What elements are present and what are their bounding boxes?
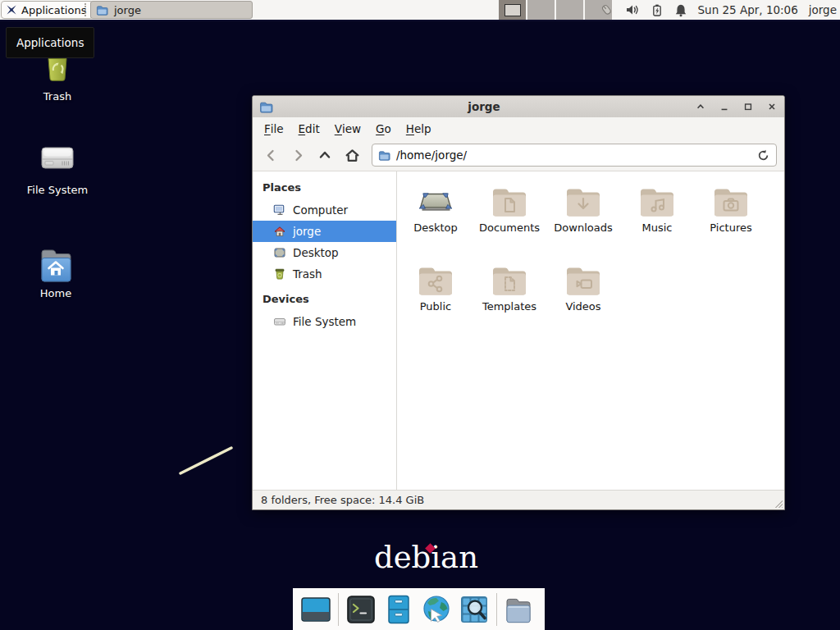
file-item-videos[interactable]: Videos bbox=[546, 260, 620, 339]
file-item-documents[interactable]: Documents bbox=[472, 181, 546, 260]
window-title: jorge bbox=[273, 100, 695, 113]
workspace-pager bbox=[499, 0, 612, 20]
resize-grip[interactable] bbox=[773, 498, 783, 508]
sidebar-item-file-system[interactable]: File System bbox=[253, 311, 396, 332]
stray-line-artifact bbox=[176, 443, 236, 477]
folder-documents-icon bbox=[490, 184, 529, 218]
toolbar: /home/jorge/ bbox=[253, 139, 784, 171]
desktop-icon-file-system[interactable]: File System bbox=[18, 138, 97, 196]
volume-icon[interactable] bbox=[625, 3, 640, 16]
applications-menu-button[interactable]: Applications bbox=[1, 1, 94, 19]
menu-edit[interactable]: Edit bbox=[291, 117, 327, 139]
workspace-3[interactable] bbox=[556, 0, 583, 20]
panel-username: jorge bbox=[809, 3, 837, 16]
desktop-icon-label: File System bbox=[27, 184, 88, 196]
debian-logo-text: debian bbox=[374, 540, 478, 575]
trash-icon bbox=[273, 267, 286, 281]
home-icon bbox=[273, 225, 286, 238]
folder-public-icon bbox=[416, 262, 455, 297]
dock-separator bbox=[496, 593, 497, 626]
shade-button[interactable] bbox=[695, 101, 706, 112]
system-tray: Sun 25 Apr, 10:06 jorge bbox=[599, 0, 838, 20]
folder-videos-icon bbox=[564, 262, 603, 297]
desktop-icon-home[interactable]: Home bbox=[16, 243, 95, 299]
show-desktop-icon bbox=[300, 595, 331, 624]
file-item-templates[interactable]: Templates bbox=[472, 260, 546, 339]
web-browser-globe-icon bbox=[421, 594, 452, 625]
minimize-button[interactable] bbox=[719, 101, 730, 112]
mouse-icon[interactable] bbox=[599, 2, 614, 17]
folder-downloads-icon bbox=[564, 184, 603, 218]
close-icon bbox=[767, 102, 777, 112]
web-browser-launcher[interactable] bbox=[421, 594, 452, 625]
sidebar-item-jorge[interactable]: jorge bbox=[253, 221, 396, 242]
window-folder-icon bbox=[259, 100, 273, 114]
up-icon bbox=[317, 148, 332, 162]
window-body: Places Computer jorge bbox=[253, 171, 784, 490]
home-button[interactable] bbox=[341, 144, 363, 166]
back-button[interactable] bbox=[260, 144, 281, 166]
statusbar-text: 8 folders, Free space: 14.4 GiB bbox=[261, 494, 424, 506]
sidebar-item-desktop[interactable]: Desktop bbox=[253, 242, 396, 263]
sidebar: Places Computer jorge bbox=[253, 171, 397, 490]
panel-handle[interactable] bbox=[84, 3, 88, 16]
file-item-desktop[interactable]: Desktop bbox=[399, 181, 472, 260]
pathbar[interactable]: /home/jorge/ bbox=[372, 144, 777, 167]
file-grid: Desktop Documents bbox=[397, 171, 784, 490]
menu-help[interactable]: Help bbox=[399, 117, 439, 139]
folder-pictures-icon bbox=[711, 184, 751, 218]
workspace-2[interactable] bbox=[527, 0, 555, 20]
maximize-button[interactable] bbox=[742, 101, 754, 112]
menubar: File Edit View Go Help bbox=[253, 117, 784, 139]
file-item-music[interactable]: Music bbox=[620, 181, 694, 260]
reload-icon bbox=[757, 149, 769, 162]
home-folder-icon bbox=[36, 243, 75, 284]
show-desktop-button[interactable] bbox=[300, 594, 331, 625]
close-button[interactable] bbox=[766, 101, 778, 112]
forward-button[interactable] bbox=[287, 144, 308, 166]
file-item-pictures[interactable]: Pictures bbox=[694, 181, 768, 260]
computer-icon bbox=[273, 203, 286, 217]
taskbar-button-jorge[interactable]: jorge bbox=[90, 1, 253, 19]
shade-icon bbox=[696, 102, 705, 112]
maximize-icon bbox=[743, 102, 753, 112]
taskbar-folder-icon bbox=[96, 4, 108, 16]
debian-logo: debian bbox=[374, 540, 478, 576]
file-item-downloads[interactable]: Downloads bbox=[546, 181, 620, 260]
sidebar-item-trash[interactable]: Trash bbox=[253, 263, 396, 285]
workspace-1[interactable] bbox=[499, 0, 526, 20]
workspace-window-preview bbox=[504, 4, 521, 16]
desktop-icon-label: Home bbox=[40, 287, 71, 299]
file-manager-window: jorge bbox=[252, 95, 785, 510]
folder-music-icon bbox=[637, 184, 677, 218]
notifications-bell-icon[interactable] bbox=[674, 3, 687, 17]
clock[interactable]: Sun 25 Apr, 10:06 bbox=[698, 3, 798, 16]
minimize-icon bbox=[719, 102, 729, 112]
home-icon bbox=[345, 148, 360, 163]
desktop: Trash File System Home debi bbox=[0, 0, 840, 630]
desktop-icon bbox=[273, 246, 286, 259]
terminal-icon bbox=[345, 594, 377, 625]
reload-button[interactable] bbox=[756, 148, 770, 162]
application-finder-launcher[interactable] bbox=[459, 594, 490, 625]
desktop-icon-label: Trash bbox=[43, 90, 71, 103]
terminal-launcher[interactable] bbox=[345, 594, 377, 625]
dock-separator bbox=[338, 593, 339, 626]
path-text[interactable]: /home/jorge/ bbox=[396, 148, 750, 162]
applications-menu-icon bbox=[6, 4, 17, 16]
battery-icon[interactable] bbox=[651, 3, 664, 17]
file-manager-folder-icon bbox=[504, 595, 535, 624]
forward-icon bbox=[291, 148, 305, 162]
up-button[interactable] bbox=[314, 144, 336, 166]
menu-go[interactable]: Go bbox=[368, 117, 399, 139]
sidebar-header-devices: Devices bbox=[253, 290, 396, 311]
menu-view[interactable]: View bbox=[327, 117, 368, 139]
file-cabinet-launcher[interactable] bbox=[383, 594, 414, 625]
back-icon bbox=[264, 148, 278, 162]
sidebar-item-computer[interactable]: Computer bbox=[253, 199, 396, 221]
file-manager-launcher[interactable] bbox=[504, 594, 535, 625]
file-item-public[interactable]: Public bbox=[399, 260, 472, 339]
pathbar-folder-icon bbox=[378, 149, 390, 162]
window-titlebar[interactable]: jorge bbox=[253, 96, 784, 117]
menu-file[interactable]: File bbox=[257, 117, 291, 139]
